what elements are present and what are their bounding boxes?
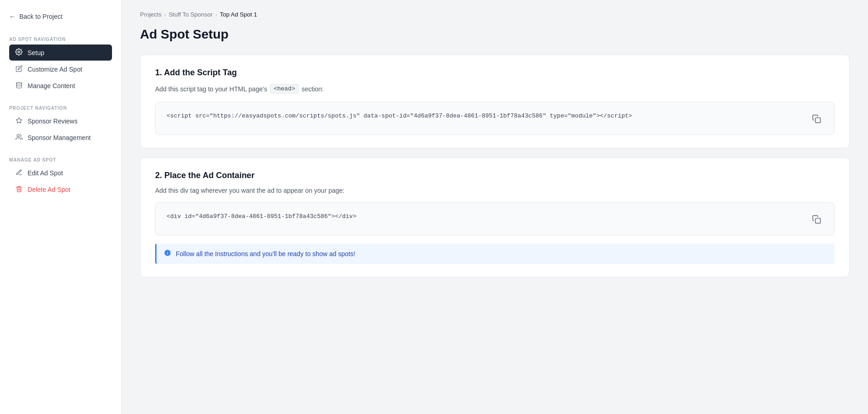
trash-icon [15,185,23,194]
ad-spot-nav-label: AD SPOT NAVIGATION [9,37,112,42]
script-tag-description: Add this script tag to your HTML page's … [155,84,834,94]
ad-container-description: Add this div tag wherever you want the a… [155,187,834,194]
sidebar-customize-label: Customize Ad Spot [28,66,82,73]
back-link-label: Back to Project [19,13,62,20]
ad-spot-nav-section: AD SPOT NAVIGATION Setup Customize Ad Sp… [0,29,121,98]
gear-icon [15,48,23,57]
breadcrumb-sep-2: › [215,12,217,17]
sidebar-item-edit-ad-spot[interactable]: Edit Ad Spot [9,165,112,181]
script-desc-pre: Add this script tag to your HTML page's [155,85,267,93]
svg-marker-2 [16,117,22,123]
svg-point-1 [16,82,21,84]
back-to-project-link[interactable]: ← Back to Project [0,9,121,29]
script-tag-code: <script src="https://easyadspots.com/scr… [167,112,803,121]
back-arrow-icon: ← [9,13,16,20]
script-tag-title: 1. Add the Script Tag [155,68,834,78]
head-code-inline: <head> [270,84,299,94]
sidebar-manage-content-label: Manage Content [28,82,75,90]
sidebar-item-sponsor-reviews[interactable]: Sponsor Reviews [9,113,112,129]
ad-container-title: 2. Place the Ad Container [155,171,834,180]
script-tag-copy-button[interactable] [810,112,823,125]
sidebar-item-setup[interactable]: Setup [9,45,112,61]
svg-point-3 [17,134,19,137]
star-icon [15,117,23,125]
sidebar-item-customize[interactable]: Customize Ad Spot [9,62,112,77]
database-icon [15,82,23,90]
customize-icon [15,65,23,73]
sidebar-sponsor-management-label: Sponsor Management [28,134,91,141]
breadcrumb: Projects › Stuff To Sponsor › Top Ad Spo… [140,11,850,18]
copy-icon [812,114,821,123]
copy-icon-2 [812,215,821,224]
ad-container-code-block: <div id="4d6a9f37-8dea-4861-8951-1bf78a4… [155,202,834,235]
info-text: Follow all the Instructions and you'll b… [176,250,355,257]
ad-container-copy-button[interactable] [810,213,823,226]
svg-rect-4 [816,118,821,123]
svg-rect-5 [816,218,821,224]
sidebar-sponsor-reviews-label: Sponsor Reviews [28,117,78,125]
script-tag-card: 1. Add the Script Tag Add this script ta… [140,55,850,148]
script-tag-code-block: <script src="https://easyadspots.com/scr… [155,102,834,135]
breadcrumb-stuff-to-sponsor[interactable]: Stuff To Sponsor [169,11,213,18]
pencil-icon [15,169,23,177]
ad-container-code: <div id="4d6a9f37-8dea-4861-8951-1bf78a4… [167,212,803,222]
info-box: Follow all the Instructions and you'll b… [155,244,834,264]
breadcrumb-projects[interactable]: Projects [140,11,162,18]
sidebar-setup-label: Setup [28,49,45,56]
sidebar-edit-ad-spot-label: Edit Ad Spot [28,169,63,177]
svg-point-0 [18,51,20,53]
sidebar-item-delete-ad-spot[interactable]: Delete Ad Spot [9,182,112,197]
ad-container-desc-text: Add this div tag wherever you want the a… [155,187,345,194]
breadcrumb-sep-1: › [164,12,166,17]
sidebar: ← Back to Project AD SPOT NAVIGATION Set… [0,0,122,414]
breadcrumb-current: Top Ad Spot 1 [220,11,257,18]
info-icon [164,249,171,258]
sidebar-delete-ad-spot-label: Delete Ad Spot [28,186,70,193]
users-icon [15,134,23,142]
main-content: Projects › Stuff To Sponsor › Top Ad Spo… [122,0,868,414]
project-nav-label: PROJECT NAVIGATION [9,106,112,111]
sidebar-item-sponsor-management[interactable]: Sponsor Management [9,130,112,145]
page-title: Ad Spot Setup [140,27,850,42]
project-nav-section: PROJECT NAVIGATION Sponsor Reviews Spons… [0,98,121,150]
manage-ad-spot-label: MANAGE AD SPOT [9,157,112,162]
script-desc-post: section: [302,85,324,93]
ad-container-card: 2. Place the Ad Container Add this div t… [140,157,850,277]
sidebar-item-manage-content[interactable]: Manage Content [9,78,112,94]
manage-ad-spot-section: MANAGE AD SPOT Edit Ad Spot De [0,150,121,202]
